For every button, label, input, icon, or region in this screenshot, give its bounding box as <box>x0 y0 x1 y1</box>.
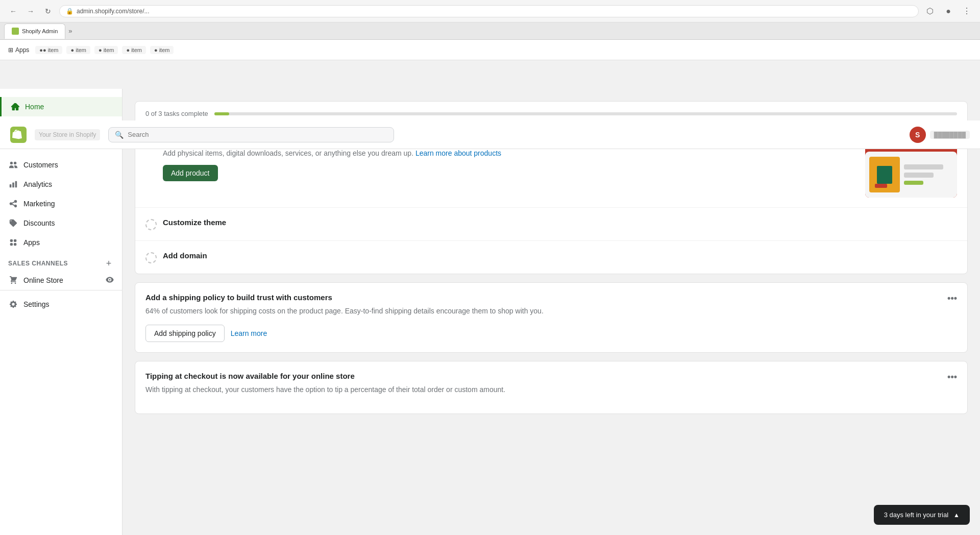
product-line-3 <box>904 181 923 185</box>
apps-nav-icon <box>8 237 18 248</box>
add-shipping-policy-button[interactable]: Add shipping policy <box>145 325 225 342</box>
browser-bar: ← → ↻ 🔒 admin.shopify.com/store/... ⬡ ● … <box>0 0 980 22</box>
reload-button[interactable]: ↻ <box>41 4 55 18</box>
sidebar-item-marketing[interactable]: Marketing <box>0 194 122 213</box>
task-content-customize: Customize theme <box>163 218 957 230</box>
apps-label: ⊞ Apps <box>8 46 29 54</box>
tab-label: Shopify Admin <box>22 28 58 34</box>
shipping-learn-more-link[interactable]: Learn more <box>231 325 267 342</box>
home-icon <box>10 102 20 112</box>
app-bar-items: ●● item ● item ● item ● item ● item <box>35 46 972 54</box>
analytics-label: Analytics <box>23 180 52 188</box>
task-circle-customize <box>145 219 157 230</box>
browser-actions: ⬡ ● ⋮ <box>923 4 974 18</box>
apps-label-nav: Apps <box>23 238 40 247</box>
sales-channels-label: Sales channels <box>8 260 68 267</box>
sidebar-item-home[interactable]: Home <box>0 97 122 116</box>
shipping-card-description: 64% of customers look for shipping costs… <box>145 306 544 317</box>
analytics-icon <box>8 179 18 189</box>
header-store-info: ████████ <box>930 131 970 139</box>
app-bar-item-1[interactable]: ●● item <box>35 46 62 54</box>
address-text: admin.shopify.com/store/... <box>77 8 150 15</box>
product-illus-inner <box>865 152 957 198</box>
search-icon: 🔍 <box>115 131 124 139</box>
search-bar[interactable]: 🔍 <box>108 127 394 142</box>
browser-nav: ← → ↻ <box>6 4 55 18</box>
trial-chevron-icon: ▲ <box>953 512 960 519</box>
add-product-button[interactable]: Add product <box>163 165 218 181</box>
forward-button[interactable]: → <box>23 4 38 18</box>
progress-bar-fill <box>214 112 229 115</box>
task-description-add-product: Add physical items, digital downloads, s… <box>163 148 957 159</box>
shipping-card-content: Add a shipping policy to build trust wit… <box>145 293 544 342</box>
sidebar-item-customers[interactable]: Customers <box>0 155 122 175</box>
tipping-card: Tipping at checkout is now available for… <box>135 361 968 414</box>
profile-button[interactable]: ● <box>941 4 955 18</box>
shipping-card-title: Add a shipping policy to build trust wit… <box>145 293 544 302</box>
settings-label: Settings <box>23 300 50 308</box>
tab-favicon <box>12 28 19 35</box>
task-progress-text: 0 of 3 tasks complete <box>145 110 208 117</box>
sidebar: Home Orders Products Customers Analytics <box>0 89 122 535</box>
eye-button[interactable] <box>106 276 114 285</box>
shopify-logo <box>10 127 27 143</box>
product-lines <box>904 160 953 189</box>
discounts-icon <box>8 218 18 228</box>
header-right: S ████████ <box>910 127 970 143</box>
sidebar-item-discounts[interactable]: Discounts <box>0 213 122 233</box>
task-title-domain: Add domain <box>163 251 957 260</box>
shipping-card-more-button[interactable]: ••• <box>947 293 957 304</box>
sales-channels-header: Sales channels + <box>0 252 122 271</box>
sidebar-item-online-store[interactable]: Online Store <box>0 271 122 290</box>
task-item-add-domain[interactable]: Add domain <box>135 241 967 274</box>
marketing-icon <box>8 199 18 209</box>
task-item-customize-theme[interactable]: Customize theme <box>135 208 967 241</box>
app-bar-item-5[interactable]: ● item <box>150 46 174 54</box>
progress-bar-container <box>214 112 957 115</box>
tipping-card-description: With tipping at checkout, your customers… <box>145 384 505 395</box>
product-line-2 <box>904 173 934 178</box>
sidebar-item-settings[interactable]: Settings <box>0 295 122 314</box>
task-content-domain: Add domain <box>163 251 957 263</box>
back-button[interactable]: ← <box>6 4 20 18</box>
add-sales-channel-button[interactable]: + <box>104 258 114 269</box>
tabs-bar: Shopify Admin » <box>0 22 980 40</box>
tipping-card-title: Tipping at checkout is now available for… <box>145 372 505 380</box>
trial-banner-text: 3 days left in your trial <box>884 511 948 519</box>
menu-button[interactable]: ⋮ <box>960 4 974 18</box>
task-actions-add-product: Add product <box>163 165 957 181</box>
sidebar-item-analytics[interactable]: Analytics <box>0 175 122 194</box>
search-input[interactable] <box>128 131 387 138</box>
address-bar[interactable]: 🔒 admin.shopify.com/store/... <box>59 5 919 17</box>
task-main-domain: Add domain <box>145 251 957 263</box>
shipping-card-actions: Add shipping policy Learn more <box>145 325 544 342</box>
grid-icon: ⊞ <box>8 46 13 54</box>
online-store-label: Online Store <box>23 276 63 284</box>
marketing-label: Marketing <box>23 200 55 208</box>
active-tab[interactable]: Shopify Admin <box>4 23 65 39</box>
app-bar-item-4[interactable]: ● item <box>122 46 145 54</box>
main-content: 0 of 3 tasks complete Add product Add ph… <box>122 89 980 535</box>
shipping-policy-card: Add a shipping policy to build trust wit… <box>135 282 968 353</box>
sidebar-item-apps[interactable]: Apps <box>0 233 122 252</box>
shopify-header: Your Store in Shopify 🔍 S ████████ <box>0 120 980 149</box>
app-bar-item-2[interactable]: ● item <box>66 46 90 54</box>
task-main-customize: Customize theme <box>145 218 957 230</box>
settings-icon <box>8 299 18 309</box>
app-bar: ⊞ Apps ●● item ● item ● item ● item ● it… <box>0 40 980 60</box>
customers-icon <box>8 160 18 170</box>
online-store-icon <box>8 275 18 285</box>
trial-banner[interactable]: 3 days left in your trial ▲ <box>874 505 970 525</box>
app-bar-item-3[interactable]: ● item <box>94 46 118 54</box>
home-label: Home <box>25 103 44 111</box>
product-line-1 <box>904 164 943 169</box>
tipping-card-content: Tipping at checkout is now available for… <box>145 372 505 403</box>
product-icon-block <box>869 157 900 192</box>
learn-more-products-link[interactable]: Learn more about products <box>415 149 501 157</box>
sidebar-bottom: Settings <box>0 290 122 318</box>
avatar: S <box>910 127 926 143</box>
tipping-card-more-button[interactable]: ••• <box>947 372 957 382</box>
discounts-label: Discounts <box>23 219 55 227</box>
extensions-button[interactable]: ⬡ <box>923 4 937 18</box>
store-name: Your Store in Shopify <box>35 129 100 140</box>
